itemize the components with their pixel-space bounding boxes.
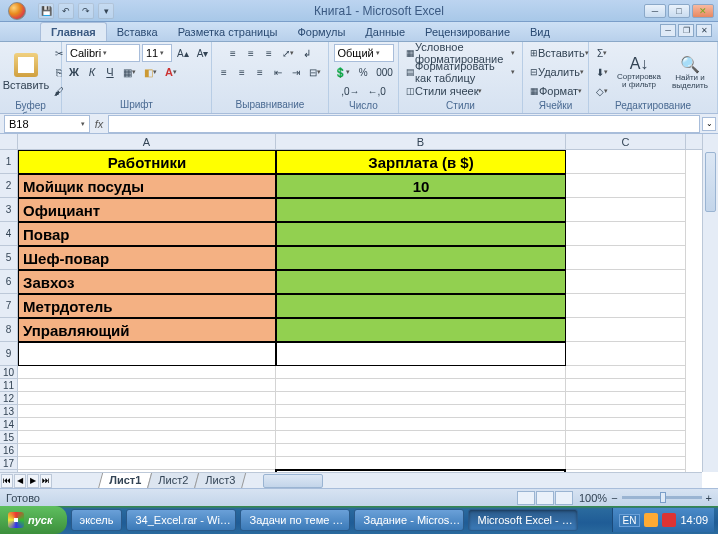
format-as-table-button[interactable]: ▤ Форматировать как таблицу▾ (403, 63, 518, 81)
tab-data[interactable]: Данные (355, 23, 415, 41)
percent-button[interactable]: % (355, 63, 371, 81)
row-header-12[interactable]: 12 (0, 392, 17, 405)
expand-formula-bar[interactable]: ⌄ (702, 117, 716, 131)
view-pagebreak-button[interactable] (555, 491, 573, 505)
taskbar-item-4[interactable]: Microsoft Excel - … (468, 509, 578, 531)
cell-A7[interactable]: Метрдотель (18, 294, 276, 318)
cell-B14[interactable] (276, 418, 566, 431)
align-middle-button[interactable]: ≡ (243, 44, 259, 62)
grow-font-button[interactable]: A▴ (174, 44, 192, 62)
column-header-A[interactable]: A (18, 134, 276, 149)
cell-A8[interactable]: Управляющий (18, 318, 276, 342)
tab-home[interactable]: Главная (40, 22, 107, 41)
minimize-button[interactable]: ─ (644, 4, 666, 18)
row-header-3[interactable]: 3 (0, 198, 17, 222)
cell-B2[interactable]: 10 (276, 174, 566, 198)
sheet-nav-last[interactable]: ⏭ (40, 474, 52, 488)
wrap-text-button[interactable]: ↲ (299, 44, 315, 62)
zoom-out-button[interactable]: − (611, 492, 617, 504)
row-header-17[interactable]: 17 (0, 457, 17, 470)
cell-C2[interactable] (566, 174, 686, 198)
sheet-tab-3[interactable]: Лист3 (194, 473, 246, 489)
cell-B15[interactable] (276, 431, 566, 444)
column-header-B[interactable]: B (276, 134, 566, 149)
office-button[interactable] (0, 0, 34, 22)
taskbar-item-3[interactable]: Задание - Micros… (354, 509, 464, 531)
cell-A6[interactable]: Завхоз (18, 270, 276, 294)
cell-C6[interactable] (566, 270, 686, 294)
cell-C11[interactable] (566, 379, 686, 392)
row-header-9[interactable]: 9 (0, 342, 17, 366)
cell-A14[interactable] (18, 418, 276, 431)
save-icon[interactable]: 💾 (38, 3, 54, 19)
cell-A1[interactable]: Работники (18, 150, 276, 174)
tab-review[interactable]: Рецензирование (415, 23, 520, 41)
cell-C15[interactable] (566, 431, 686, 444)
font-name-combo[interactable]: Calibri▾ (66, 44, 140, 62)
view-normal-button[interactable] (517, 491, 535, 505)
sheet-nav-next[interactable]: ▶ (27, 474, 39, 488)
sheet-tab-2[interactable]: Лист2 (147, 473, 199, 489)
zoom-slider[interactable] (622, 496, 702, 499)
tab-page-layout[interactable]: Разметка страницы (168, 23, 288, 41)
cell-C7[interactable] (566, 294, 686, 318)
fill-color-button[interactable]: ◧▾ (141, 63, 160, 81)
start-button[interactable]: пуск (0, 506, 67, 534)
cell-B16[interactable] (276, 444, 566, 457)
qat-dropdown-icon[interactable]: ▾ (98, 3, 114, 19)
zoom-level[interactable]: 100% (579, 492, 607, 504)
align-bottom-button[interactable]: ≡ (261, 44, 277, 62)
align-top-button[interactable]: ≡ (225, 44, 241, 62)
cell-B9[interactable] (276, 342, 566, 366)
fill-button[interactable]: ⬇▾ (593, 63, 611, 81)
delete-cells-button[interactable]: ⊟ Удалить▾ (527, 63, 587, 81)
cell-A2[interactable]: Мойщик посуды (18, 174, 276, 198)
cell-C1[interactable] (566, 150, 686, 174)
row-header-10[interactable]: 10 (0, 366, 17, 379)
row-header-14[interactable]: 14 (0, 418, 17, 431)
sheet-nav-first[interactable]: ⏮ (1, 474, 13, 488)
vscroll-thumb[interactable] (705, 152, 716, 212)
taskbar-item-1[interactable]: 34_Excel.rar - Wi… (126, 509, 236, 531)
cell-C3[interactable] (566, 198, 686, 222)
mdi-minimize[interactable]: ─ (660, 24, 676, 37)
cell-C10[interactable] (566, 366, 686, 379)
sheet-nav-prev[interactable]: ◀ (14, 474, 26, 488)
decrease-indent-button[interactable]: ⇤ (270, 63, 286, 81)
cell-A11[interactable] (18, 379, 276, 392)
autosum-button[interactable]: Σ▾ (593, 44, 611, 62)
align-left-button[interactable]: ≡ (216, 63, 232, 81)
hscroll-thumb[interactable] (263, 474, 323, 488)
font-color-button[interactable]: A▾ (162, 63, 180, 81)
cell-B10[interactable] (276, 366, 566, 379)
shrink-font-button[interactable]: A▾ (194, 44, 212, 62)
undo-icon[interactable]: ↶ (58, 3, 74, 19)
merge-button[interactable]: ⊟▾ (306, 63, 324, 81)
font-size-combo[interactable]: 11▾ (142, 44, 172, 62)
cell-B1[interactable]: Зарплата (в $) (276, 150, 566, 174)
cell-C16[interactable] (566, 444, 686, 457)
horizontal-scrollbar[interactable] (263, 474, 702, 488)
tab-formulas[interactable]: Формулы (287, 23, 355, 41)
row-header-8[interactable]: 8 (0, 318, 17, 342)
zoom-in-button[interactable]: + (706, 492, 712, 504)
cell-A12[interactable] (18, 392, 276, 405)
row-header-7[interactable]: 7 (0, 294, 17, 318)
maximize-button[interactable]: □ (668, 4, 690, 18)
cell-A4[interactable]: Повар (18, 222, 276, 246)
tab-view[interactable]: Вид (520, 23, 560, 41)
cell-B5[interactable] (276, 246, 566, 270)
taskbar-item-0[interactable]: эксель (71, 509, 123, 531)
cell-B12[interactable] (276, 392, 566, 405)
insert-cells-button[interactable]: ⊞ Вставить▾ (527, 44, 592, 62)
cell-C13[interactable] (566, 405, 686, 418)
cell-B13[interactable] (276, 405, 566, 418)
currency-button[interactable]: 💲▾ (331, 63, 353, 81)
decrease-decimal-button[interactable]: ←,0 (365, 82, 389, 100)
column-header-C[interactable]: C (566, 134, 686, 149)
name-box[interactable]: B18▾ (4, 115, 90, 133)
cell-B7[interactable] (276, 294, 566, 318)
taskbar-item-2[interactable]: Задачи по теме … (240, 509, 350, 531)
cell-B17[interactable] (276, 457, 566, 470)
cell-A5[interactable]: Шеф-повар (18, 246, 276, 270)
